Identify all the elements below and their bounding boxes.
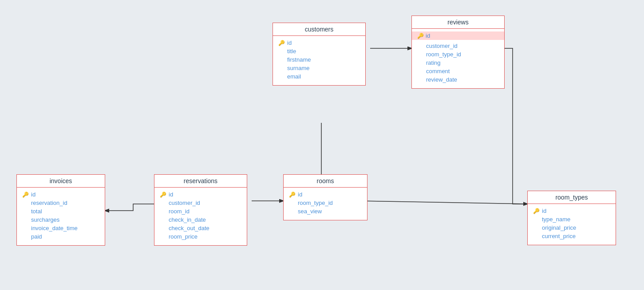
field-reservations-check_out_date: check_out_date	[160, 224, 241, 232]
field-reviews-id: 🔑 id	[412, 31, 504, 40]
table-reservations[interactable]: reservations 🔑 id customer_id room_id ch…	[154, 174, 247, 246]
field-reviews-customer_id: customer_id	[417, 42, 499, 50]
key-icon-reservations: 🔑	[160, 192, 167, 198]
field-reviews-review_date: review_date	[417, 75, 499, 84]
field-reviews-rating: rating	[417, 59, 499, 67]
field-reservations-room_price: room_price	[160, 232, 241, 241]
field-invoices-id: 🔑 id	[22, 190, 99, 199]
field-reservations-room_id: room_id	[160, 207, 241, 216]
diagram-canvas: customers 🔑 id title firstname surname e…	[0, 0, 644, 290]
field-invoices-reservation_id: reservation_id	[22, 199, 99, 207]
table-header-invoices: invoices	[17, 175, 105, 188]
key-icon-invoices: 🔑	[22, 192, 29, 198]
table-header-reviews: reviews	[412, 16, 504, 29]
key-icon-room-types: 🔑	[533, 208, 540, 214]
table-header-rooms: rooms	[284, 175, 367, 188]
key-icon-reviews: 🔑	[417, 33, 424, 39]
svg-line-3	[359, 201, 527, 204]
field-reservations-customer_id: customer_id	[160, 199, 241, 207]
field-invoices-invoice_date_time: invoice_date_time	[22, 224, 99, 232]
table-header-customers: customers	[273, 23, 365, 36]
table-invoices[interactable]: invoices 🔑 id reservation_id total surch…	[16, 174, 105, 246]
field-customers-email: email	[278, 72, 360, 81]
field-reservations-id: 🔑 id	[160, 190, 241, 199]
field-rooms-id: 🔑 id	[289, 190, 362, 199]
table-body-invoices: 🔑 id reservation_id total surcharges inv…	[17, 188, 105, 245]
field-rooms-sea_view: sea_view	[289, 207, 362, 216]
field-customers-id: 🔑 id	[278, 39, 360, 47]
field-customers-title: title	[278, 47, 360, 55]
table-body-reviews: 🔑 id customer_id room_type_id rating com…	[412, 29, 504, 88]
key-icon: 🔑	[278, 40, 285, 46]
field-room-types-id: 🔑 id	[533, 207, 610, 215]
field-reviews-room_type_id: room_type_id	[417, 50, 499, 59]
table-body-reservations: 🔑 id customer_id room_id check_in_date c…	[154, 188, 247, 245]
table-header-room-types: room_types	[528, 191, 616, 204]
table-rooms[interactable]: rooms 🔑 id room_type_id sea_view	[283, 174, 367, 220]
field-customers-surname: surname	[278, 64, 360, 72]
table-body-rooms: 🔑 id room_type_id sea_view	[284, 188, 367, 220]
table-reviews[interactable]: reviews 🔑 id customer_id room_type_id ra…	[411, 16, 505, 89]
field-room-types-original_price: original_price	[533, 223, 610, 232]
field-invoices-surcharges: surcharges	[22, 216, 99, 224]
field-room-types-current_price: current_price	[533, 232, 610, 240]
field-invoices-total: total	[22, 207, 99, 216]
field-reviews-comment: comment	[417, 67, 499, 75]
table-body-customers: 🔑 id title firstname surname email	[273, 36, 365, 85]
table-header-reservations: reservations	[154, 175, 247, 188]
table-customers[interactable]: customers 🔑 id title firstname surname e…	[273, 23, 366, 86]
table-room-types[interactable]: room_types 🔑 id type_name original_price…	[527, 191, 616, 245]
field-reservations-check_in_date: check_in_date	[160, 216, 241, 224]
field-room-types-type_name: type_name	[533, 215, 610, 223]
field-invoices-paid: paid	[22, 232, 99, 241]
field-customers-firstname: firstname	[278, 55, 360, 64]
table-body-room-types: 🔑 id type_name original_price current_pr…	[528, 204, 616, 245]
field-rooms-room_type_id: room_type_id	[289, 199, 362, 207]
key-icon-rooms: 🔑	[289, 192, 296, 198]
